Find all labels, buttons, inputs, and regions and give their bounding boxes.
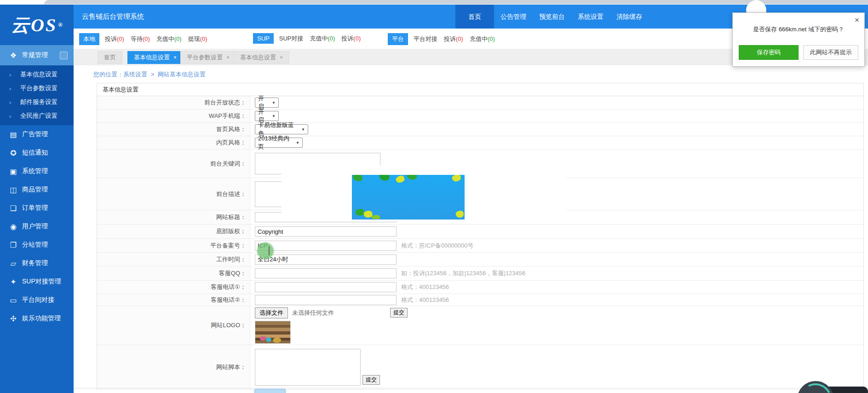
sidebar-item-sms[interactable]: ✪ 短信通知 [0, 144, 74, 162]
page-top-edge [44, 0, 868, 4]
banner-preview-image [352, 175, 465, 220]
inner-style-select[interactable]: 2013经典内页▼ [255, 138, 303, 148]
chevron-down-icon: ▼ [272, 114, 276, 118]
cutoff-submit-button[interactable] [254, 389, 286, 393]
frontend-status-select[interactable]: 开启▼ [255, 98, 279, 108]
sup-badge[interactable]: SUP [253, 33, 274, 44]
form-row-site-script: 网站脚本： 提交 [97, 345, 863, 390]
sidebar-item-users[interactable]: ◉ 用户管理 [0, 217, 74, 236]
tab-platform-params[interactable]: 平台参数设置× [180, 51, 236, 64]
link-monitor-icon: ▭ [7, 296, 19, 305]
text-cursor-icon [269, 246, 270, 255]
phone1-hint: 格式：400123456 [401, 283, 449, 291]
wallet-icon: ▱ [7, 259, 19, 268]
sidebar-item-sup-link[interactable]: ✦ SUP对接管理 [0, 272, 74, 291]
service-phone2-input[interactable] [255, 295, 397, 305]
choose-file-button[interactable]: 选择文件 [255, 307, 288, 318]
app-screen: 云OS® ❖ 常规管理 › 基本信息设置 › 平台参数设置 › 邮件服务设置 ›… [0, 0, 868, 393]
service-phone1-input[interactable] [255, 282, 397, 292]
form-row-frontend-status: 前台开放状态： 开启▼ [97, 96, 863, 110]
sidebar-item-promotion[interactable]: › 全民推广设置 [0, 109, 74, 123]
substation-icon: ❐ [7, 241, 19, 249]
sup-user-icon: ✦ [7, 277, 19, 286]
sidebar-item-goods[interactable]: ◫ 商品管理 [0, 180, 74, 199]
copyright-input[interactable] [255, 226, 397, 237]
sidebar-item-system[interactable]: ▣ 系统管理 [0, 162, 74, 180]
platform-link[interactable]: 平台对接 [414, 35, 437, 43]
tab-basic-info[interactable]: 基本信息设置× [127, 51, 183, 64]
phone2-hint: 格式：400123456 [401, 296, 449, 304]
wap-select[interactable]: 开启▼ [255, 111, 279, 121]
platform-complaints-counter[interactable]: 投诉(0) [444, 35, 463, 43]
breadcrumb-section-link[interactable]: 系统设置 [123, 71, 147, 78]
never-prompt-button[interactable]: 此网站不再提示 [803, 45, 858, 60]
work-time-input[interactable] [255, 254, 397, 265]
toolbar-group-platform: 平台 平台对接 投诉(0) 充值中(0) [388, 33, 501, 45]
sidebar-item-substations[interactable]: ❐ 分站管理 [0, 236, 74, 254]
sidebar-item-ads[interactable]: ▤ 广告管理 [0, 125, 74, 144]
content-bottom-divider [74, 388, 868, 388]
nav-preview-frontend[interactable]: 预览前台 [533, 5, 571, 29]
sidebar-item-entertainment[interactable]: ✣ 娱乐功能管理 [0, 309, 74, 328]
tab-basic-info-2[interactable]: 基本信息设置× [234, 51, 289, 64]
sidebar-item-mail-service[interactable]: › 邮件服务设置 [0, 95, 74, 109]
chevron-right-icon: › [9, 85, 20, 92]
form-row-service-qq: 客服QQ： 如：投诉|123456，加款|123456，客服|123456 [97, 266, 863, 281]
script-submit-button[interactable]: 提交 [362, 375, 380, 385]
logo-submit-button[interactable]: 提交 [390, 308, 408, 318]
sms-pin-icon: ✪ [7, 149, 19, 157]
sup-complaints-counter[interactable]: 投诉(0) [341, 35, 361, 43]
megaphone-icon: ▤ [7, 130, 19, 139]
sup-link[interactable]: SUP对接 [279, 35, 304, 43]
close-icon[interactable]: × [280, 54, 283, 61]
service-qq-hint: 如：投诉|123456，加款|123456，客服|123456 [401, 269, 525, 277]
nav-announcements[interactable]: 公告管理 [494, 5, 533, 29]
tab-home[interactable]: 首页 [98, 51, 122, 64]
sidebar-item-general-management[interactable]: ❖ 常规管理 [0, 45, 74, 65]
form-row-work-time: 工作时间： [97, 253, 863, 266]
close-icon[interactable]: × [173, 54, 177, 61]
icp-hint: 格式：苏ICP备00000000号 [401, 242, 474, 250]
nav-system-settings[interactable]: 系统设置 [571, 5, 610, 29]
form-row-copyright: 底部版权： [97, 225, 863, 239]
home-style-select[interactable]: 卡易信新版蓝色▼ [255, 124, 308, 134]
brand-logo: 云OS® [0, 5, 74, 45]
sidebar-item-orders[interactable]: ❏ 订单管理 [0, 199, 74, 217]
nav-clear-cache[interactable]: 清除缓存 [610, 5, 649, 29]
sidebar-item-platform-link[interactable]: ▭ 平台间对接 [0, 291, 74, 309]
platform-recharging-counter[interactable]: 充值中(0) [470, 35, 495, 43]
sidebar-item-basic-info[interactable]: › 基本信息设置 [0, 68, 74, 81]
user-pin-icon: ◉ [7, 222, 19, 231]
chevron-down-icon: ▼ [301, 127, 305, 132]
collapse-icon[interactable] [60, 52, 68, 59]
icp-input[interactable] [255, 241, 397, 251]
save-password-button[interactable]: 保存密码 [739, 45, 799, 60]
registered-mark: ® [58, 21, 63, 29]
chevron-down-icon: ▼ [296, 141, 299, 145]
local-badge[interactable]: 本地 [79, 33, 99, 45]
form-section-title: 基本信息设置 [97, 83, 863, 96]
sup-recharging-counter[interactable]: 充值中(0) [310, 35, 335, 43]
waiting-counter[interactable]: 等待(0) [131, 35, 150, 43]
password-save-dialog: × 是否保存 666km.net 域下的密码？ 保存密码 此网站不再提示 [732, 12, 865, 67]
basket-icon: ◫ [7, 185, 19, 194]
form-row-icp: 平台备案号： 格式：苏ICP备00000000号 [97, 239, 863, 253]
sidebar-item-finance[interactable]: ▱ 财务管理 [0, 254, 74, 272]
nav-home[interactable]: 首页 [455, 5, 494, 29]
site-script-textarea[interactable] [255, 349, 361, 386]
close-icon[interactable]: × [855, 16, 859, 24]
page-title: 云售铺后台管理系统 [82, 12, 144, 21]
withdraw-counter[interactable]: 提现(0) [188, 35, 207, 43]
platform-badge[interactable]: 平台 [388, 33, 408, 45]
entertainment-icon: ✣ [7, 314, 19, 323]
service-qq-input[interactable] [255, 268, 397, 278]
recharging-counter[interactable]: 充值中(0) [156, 35, 182, 43]
style-preview-overlay [282, 166, 566, 221]
basic-info-form: 基本信息设置 前台开放状态： 开启▼ WAP手机端： 开启▼ 首页风格： 卡易信… [97, 83, 864, 390]
nodes-icon: ❖ [7, 51, 19, 60]
close-icon[interactable]: × [226, 54, 230, 61]
password-dialog-message: 是否保存 666km.net 域下的密码？ [733, 25, 864, 34]
complaints-counter[interactable]: 投诉(0) [105, 35, 124, 43]
form-row-site-logo: 网站LOGO： 选择文件 未选择任何文件 提交 [97, 306, 863, 345]
sidebar-item-platform-params[interactable]: › 平台参数设置 [0, 81, 74, 95]
